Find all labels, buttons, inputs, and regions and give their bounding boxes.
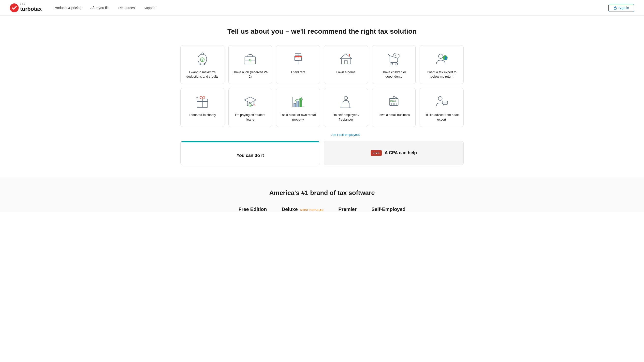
nav-after[interactable]: After you file: [90, 6, 110, 10]
edition-deluxe: Deluxe MOST POPULAR: [282, 207, 324, 212]
panel-cpa[interactable]: LIVE A CPA can help: [324, 141, 464, 165]
logo[interactable]: intuit turbotax: [10, 3, 42, 12]
sign-in-button[interactable]: Sign in: [608, 4, 634, 12]
card-advice[interactable]: I'd like advice from a tax expert: [420, 88, 464, 127]
svg-point-42: [344, 96, 348, 100]
svg-rect-38: [297, 101, 299, 107]
svg-text:$: $: [301, 99, 302, 101]
panel-top-bar: [181, 141, 320, 142]
nav-support[interactable]: Support: [144, 6, 156, 10]
stroller-icon: [386, 51, 402, 67]
advisor-icon: [434, 94, 450, 110]
svg-line-34: [255, 105, 255, 106]
chart-icon: $: [290, 94, 306, 110]
panel-you-label: You can do it: [236, 144, 264, 165]
card-children-label: I have children or dependents: [376, 70, 412, 79]
lock-icon: [614, 6, 617, 9]
header: intuit turbotax Products & pricing After…: [0, 0, 644, 16]
svg-rect-15: [342, 59, 350, 64]
house-icon: [338, 51, 354, 67]
card-job-label: I have a job (received W-2): [232, 70, 268, 79]
card-maximize-label: I want to maximize deductions and credit…: [184, 70, 220, 79]
edition-deluxe-name: Deluxe: [282, 207, 298, 212]
card-advice-label: I'd like advice from a tax expert: [424, 113, 460, 122]
svg-point-18: [391, 63, 393, 65]
self-employed-link[interactable]: Am I self-employed?: [331, 133, 360, 137]
america-title: America's #1 brand of tax software: [6, 189, 638, 197]
card-small-biz[interactable]: Open I own a small business: [372, 88, 416, 127]
graduation-icon: $: [242, 94, 258, 110]
card-charity[interactable]: I donated to charity: [180, 88, 224, 127]
panel-cpa-label: A CPA can help: [385, 150, 417, 155]
card-charity-label: I donated to charity: [189, 113, 216, 117]
card-self-employed-label: I'm self-employed / freelancer: [328, 113, 364, 122]
card-stock[interactable]: $ I sold stock or own rental property: [276, 88, 320, 127]
svg-rect-43: [342, 103, 350, 108]
card-student[interactable]: $ I'm paying off student loans: [228, 88, 272, 127]
hero-title: Tell us about you – we'll recommend the …: [180, 27, 464, 35]
edition-premier-name: Premier: [338, 207, 357, 212]
turbotax-label: turbotax: [20, 6, 42, 12]
panel-you[interactable]: You can do it: [180, 141, 320, 165]
svg-point-52: [438, 96, 442, 100]
svg-text:____: ____: [295, 58, 299, 60]
turbotax-logo-icon: [10, 3, 19, 12]
briefcase-icon: $: [242, 51, 258, 67]
svg-point-21: [438, 54, 443, 58]
self-employed-link-container: Am I self-employed?: [324, 132, 368, 137]
card-self-employed[interactable]: I'm self-employed / freelancer: [324, 88, 368, 127]
america-section: America's #1 brand of tax software Free …: [0, 177, 644, 212]
card-job[interactable]: $ I have a job (received W-2): [228, 45, 272, 84]
edition-free-name: Free Edition: [238, 207, 267, 212]
nav-products[interactable]: Products & pricing: [54, 6, 82, 10]
svg-line-27: [198, 97, 198, 98]
rent-sign-icon: RENT ____: [290, 51, 306, 67]
logo-text-area: intuit turbotax: [20, 3, 42, 12]
edition-premier: Premier: [338, 207, 357, 212]
card-home[interactable]: I own a home: [324, 45, 368, 84]
svg-marker-14: [340, 54, 352, 59]
svg-rect-51: [394, 103, 396, 105]
svg-text:👤: 👤: [444, 56, 448, 60]
card-expert-review-label: I want a tax expert to review my return: [424, 70, 460, 79]
card-expert-review[interactable]: 👤 I want a tax expert to review my retur…: [420, 45, 464, 84]
svg-text:$: $: [250, 104, 251, 106]
svg-text:RENT: RENT: [296, 56, 301, 58]
card-children[interactable]: I have children or dependents: [372, 45, 416, 84]
edition-self-employed-name: Self-Employed: [372, 207, 406, 212]
card-stock-label: I sold stock or own rental property: [280, 113, 316, 122]
intuit-label: intuit: [20, 3, 42, 6]
main-nav: Products & pricing After you file Resour…: [54, 6, 608, 10]
person-laptop-icon: [338, 94, 354, 110]
edition-deluxe-badge: MOST POPULAR: [300, 209, 324, 211]
svg-rect-17: [349, 54, 350, 56]
svg-text:$: $: [250, 60, 250, 62]
card-grid-row1: $ I want to maximize deductions and cred…: [180, 45, 464, 84]
gift-icon: [194, 94, 210, 110]
svg-rect-53: [443, 101, 448, 104]
svg-text:Open: Open: [390, 100, 396, 102]
open-sign-icon: Open: [386, 94, 402, 110]
expert-person-icon: 👤: [434, 51, 450, 67]
nav-resources[interactable]: Resources: [118, 6, 135, 10]
panels-row: You can do it LIVE A CPA can help: [180, 141, 464, 165]
editions-row: Free Edition Deluxe MOST POPULAR Premier…: [174, 207, 470, 212]
svg-point-20: [394, 53, 396, 56]
card-student-label: I'm paying off student loans: [232, 113, 268, 122]
svg-point-47: [395, 97, 396, 99]
card-rent-label: I paid rent: [291, 70, 305, 74]
svg-point-19: [396, 63, 398, 65]
money-bag-icon: $: [194, 51, 210, 67]
card-grid-row2: I donated to charity $ I'm paying off st…: [180, 88, 464, 127]
svg-line-33: [254, 104, 255, 105]
main-content: Tell us about you – we'll recommend the …: [174, 16, 470, 165]
svg-line-29: [196, 97, 197, 98]
svg-rect-50: [391, 103, 393, 105]
card-maximize[interactable]: $ I want to maximize deductions and cred…: [180, 45, 224, 84]
svg-rect-1: [614, 7, 616, 9]
svg-rect-37: [294, 103, 296, 107]
live-badge: LIVE: [371, 150, 382, 156]
card-small-biz-label: I own a small business: [378, 113, 410, 117]
card-rent[interactable]: RENT ____ I paid rent: [276, 45, 320, 84]
edition-free: Free Edition: [238, 207, 267, 212]
